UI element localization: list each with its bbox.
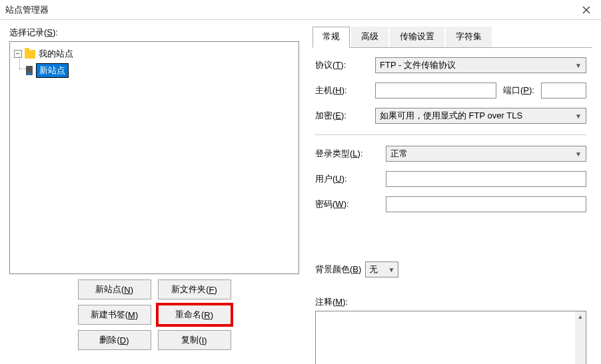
password-input[interactable]	[386, 196, 586, 212]
delete-button[interactable]: 删除(D)	[78, 330, 151, 350]
new-site-button[interactable]: 新站点(N)	[78, 279, 151, 299]
chevron-down-icon: ▼	[575, 150, 582, 158]
window-title: 站点管理器	[5, 4, 49, 16]
close-button[interactable]	[572, 0, 601, 20]
new-bookmark-button[interactable]: 新建书签(M)	[78, 305, 151, 325]
tabs: 常规 高级 传输设置 字符集	[312, 27, 592, 48]
encryption-select[interactable]: 如果可用，使用显式的 FTP over TLS ▼	[375, 108, 586, 124]
protocol-select[interactable]: FTP - 文件传输协议 ▼	[375, 57, 586, 73]
logon-type-value: 正常	[390, 148, 408, 160]
user-label: 用户(U):	[315, 173, 379, 185]
tree-child-label[interactable]: 新站点	[36, 63, 69, 78]
tree-root-row[interactable]: − 我的站点	[14, 47, 295, 61]
bgcolor-select[interactable]: 无 ▼	[365, 262, 398, 277]
bgcolor-label: 背景颜色(B)	[315, 264, 361, 275]
chevron-down-icon: ▼	[575, 62, 582, 69]
server-icon	[26, 66, 33, 75]
password-label: 密码(W):	[315, 198, 379, 210]
logon-type-select[interactable]: 正常 ▼	[386, 146, 586, 162]
protocol-label: 协议(T):	[315, 59, 368, 71]
rename-button[interactable]: 重命名(R)	[158, 305, 231, 325]
notes-label: 注释(M):	[315, 296, 586, 308]
host-input[interactable]	[375, 83, 496, 98]
chevron-down-icon: ▼	[575, 112, 582, 120]
port-input[interactable]	[541, 83, 586, 98]
notes-textarea[interactable]: ▲ ▼	[315, 311, 586, 364]
protocol-value: FTP - 文件传输协议	[380, 59, 456, 71]
folder-icon	[25, 50, 35, 59]
scrollbar[interactable]: ▲ ▼	[575, 311, 586, 364]
tree-collapse-toggle[interactable]: −	[14, 50, 22, 58]
tree-child-row[interactable]: 新站点	[26, 63, 295, 78]
logon-type-label: 登录类型(L):	[315, 148, 379, 160]
tab-transfer[interactable]: 传输设置	[390, 27, 444, 47]
new-folder-button[interactable]: 新文件夹(F)	[158, 279, 231, 299]
copy-button[interactable]: 复制(I)	[158, 330, 231, 350]
user-input[interactable]	[386, 171, 586, 187]
site-tree[interactable]: − 我的站点 新站点	[9, 41, 299, 274]
tab-charset[interactable]: 字符集	[446, 27, 492, 47]
chevron-down-icon: ▼	[388, 266, 394, 273]
host-label: 主机(H):	[315, 85, 368, 96]
tab-general[interactable]: 常规	[312, 27, 350, 48]
divider	[315, 134, 586, 135]
bgcolor-value: 无	[369, 264, 378, 275]
encryption-value: 如果可用，使用显式的 FTP over TLS	[380, 110, 522, 122]
port-label: 端口(P):	[503, 85, 534, 96]
close-icon	[582, 6, 590, 14]
tree-root-label: 我的站点	[39, 48, 73, 60]
scroll-up-icon[interactable]: ▲	[575, 311, 586, 322]
encryption-label: 加密(E):	[315, 110, 368, 122]
select-record-label: 选择记录(S):	[9, 27, 299, 39]
tab-advanced[interactable]: 高级	[351, 27, 388, 47]
